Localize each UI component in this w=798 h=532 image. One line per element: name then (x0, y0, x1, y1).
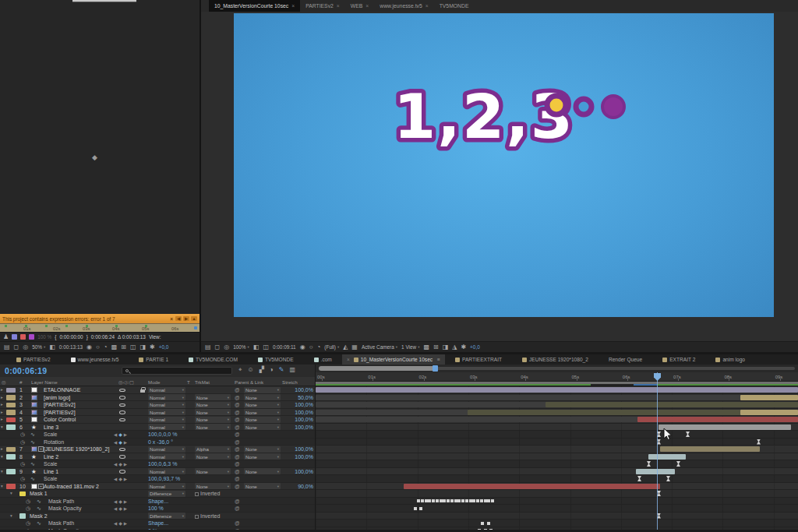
keyframe-icon[interactable] (414, 507, 417, 510)
property-row[interactable]: ◷∿Mask Path◀◆▶Shape...@ (0, 498, 315, 506)
keyframe-icon[interactable] (484, 499, 487, 502)
label-color-swatch[interactable] (6, 403, 16, 408)
stretch-value[interactable]: 100,0% (279, 446, 313, 453)
keyframe-icon[interactable] (432, 499, 435, 502)
graph-icon[interactable]: ∿ (37, 505, 41, 512)
layer-name[interactable]: ETALONNAGE (44, 386, 80, 393)
property-name[interactable]: Mask Opacity (48, 505, 81, 512)
keyframe-icon[interactable] (676, 461, 680, 467)
color-swatch[interactable] (12, 334, 17, 340)
layer-name[interactable]: Line 1 (44, 468, 58, 475)
dropdown[interactable]: Active Camera▾ (362, 344, 397, 350)
motion-blur-icon[interactable]: ◑ (270, 367, 274, 373)
timeline-tab[interactable]: Render Queue (598, 354, 652, 365)
chart-icon[interactable]: ▥ (289, 367, 295, 373)
layer-duration-bar[interactable] (659, 425, 791, 430)
parent-dropdown[interactable]: None▾ (244, 453, 281, 460)
stopwatch-icon[interactable]: ◷ (20, 460, 25, 467)
trkmat-dropdown[interactable]: None▾ (195, 417, 231, 423)
property-value[interactable]: 100,0,6,3 % (148, 460, 177, 467)
parent-pickwhip-icon[interactable]: @ (235, 409, 240, 416)
property-row[interactable]: ◷∿Rotation◀◆▶0 x -36,0 °@ (0, 439, 315, 446)
mode-dropdown[interactable]: Normal▾ (148, 409, 185, 415)
trkmat-dropdown[interactable]: None▾ (195, 483, 231, 489)
close-icon[interactable]: × (170, 316, 173, 322)
viewer-tab[interactable]: www.jeunesse.tv5× (374, 0, 433, 12)
composition-canvas[interactable]: 1,2,3 (234, 13, 774, 317)
pixel-aspect-icon[interactable]: ⊞ (121, 344, 126, 351)
property-row[interactable]: ◷∿Mask Opacity◀◆▶0 %@ (0, 527, 315, 530)
person-icon[interactable]: ♟ (3, 334, 9, 340)
twirl-icon[interactable]: ▾ (1, 468, 3, 475)
mask-mode-dropdown[interactable]: Difference▾ (148, 513, 185, 519)
stretch-value[interactable]: 100,0% (279, 468, 313, 475)
col-stretch[interactable]: Stretch (282, 379, 298, 385)
track-row[interactable] (316, 424, 798, 432)
layer-name[interactable]: Line 2 (44, 453, 58, 460)
track-row[interactable] (316, 401, 798, 409)
label-color-swatch[interactable] (6, 410, 16, 415)
mask-icon[interactable]: ◎ (224, 344, 229, 351)
layer-duration-bar[interactable] (660, 446, 760, 452)
keyframe-icon[interactable] (637, 476, 641, 481)
track-row[interactable] (316, 446, 798, 453)
twirl-icon[interactable]: ▾ (1, 483, 3, 490)
stretch-value[interactable]: 90,0% (279, 483, 313, 490)
twirl-icon[interactable]: ▸ (1, 394, 3, 401)
viewer-tab[interactable]: TV5MONDE (434, 0, 475, 12)
stretch-value[interactable]: 50,0% (279, 394, 313, 401)
monitor-icon[interactable]: ◻ (215, 344, 221, 351)
twirl-icon[interactable]: ▸ (1, 386, 3, 393)
stopwatch-icon[interactable]: ◷ (26, 520, 30, 527)
layer-row[interactable]: ▾9★Line 1Normal▾None▾@None▾100,0% (0, 468, 315, 476)
trkmat-dropdown[interactable]: Alpha▾ (195, 446, 231, 453)
lock-icon[interactable] (140, 389, 145, 393)
mask-row[interactable]: ▾Mask 2Difference▾Inverted (0, 513, 315, 520)
monitor-icon[interactable]: ◻ (14, 344, 19, 351)
parent-pickwhip-icon[interactable]: @ (235, 439, 240, 446)
layer-duration-bar[interactable] (404, 484, 660, 489)
region-of-interest-icon[interactable]: ◧ (49, 344, 55, 351)
keyframe-icon[interactable] (487, 522, 490, 525)
graph-icon[interactable]: ∿ (30, 431, 35, 438)
visibility-eye-icon[interactable] (119, 418, 125, 422)
timeline-tab[interactable]: anim logo (705, 354, 755, 365)
property-name[interactable]: Mask Opacity (48, 527, 81, 530)
frame-blending-icon[interactable]: ▞ (260, 367, 264, 373)
panel-menu-icon[interactable]: ≡ (437, 357, 440, 362)
label-color-swatch[interactable] (6, 395, 16, 400)
property-row[interactable]: ◷∿Scale◀◆▶100,0,93,7 %@ (0, 475, 315, 483)
flowchart-icon[interactable]: ▤ (205, 344, 211, 351)
track-row[interactable] (316, 498, 798, 506)
label-color-swatch[interactable] (6, 484, 16, 489)
parent-dropdown[interactable]: None▾ (244, 468, 281, 474)
property-value[interactable]: 100,0,93,7 % (148, 475, 180, 482)
mini-timeline-ruler[interactable]: 01s02s03s04s05s06s (0, 323, 200, 333)
slider-nub[interactable] (433, 365, 438, 372)
keyframe-icon[interactable] (421, 499, 424, 502)
pixel-aspect-icon[interactable]: ⊞ (433, 344, 439, 351)
visibility-eye-icon[interactable] (119, 448, 125, 452)
next-keyframe-icon[interactable]: ▶ (124, 528, 127, 530)
mode-dropdown[interactable]: Normal▾ (148, 483, 185, 489)
layer-row[interactable]: ▾6★Line 3Normal▾None▾@None▾100,0% (0, 424, 315, 432)
graph-icon[interactable]: ∿ (37, 527, 41, 530)
visibility-eye-icon[interactable] (119, 410, 125, 414)
stopwatch-icon[interactable]: ◷ (26, 505, 30, 512)
layer-duration-bar[interactable] (740, 395, 798, 400)
property-name[interactable]: Mask Path (48, 498, 74, 505)
twirl-icon[interactable]: ▸ (1, 401, 3, 408)
parent-pickwhip-icon[interactable]: @ (235, 401, 240, 408)
keyframe-icon[interactable] (480, 499, 483, 502)
mask-color-swatch[interactable] (19, 513, 26, 519)
label-color-swatch[interactable] (6, 469, 16, 474)
label-color-swatch[interactable] (6, 388, 16, 393)
export-frame-icon[interactable]: ◨ (443, 344, 449, 351)
parent-dropdown[interactable]: None▾ (244, 417, 281, 423)
track-row[interactable] (316, 460, 798, 468)
mode-dropdown[interactable]: Normal▾ (148, 394, 185, 400)
region-of-interest-icon[interactable]: ◧ (253, 344, 260, 351)
timeline-tab[interactable]: PARTIE 1 (129, 354, 178, 365)
dropdown[interactable]: 100%▾ (233, 344, 249, 350)
graph-icon[interactable]: ∿ (30, 475, 35, 482)
